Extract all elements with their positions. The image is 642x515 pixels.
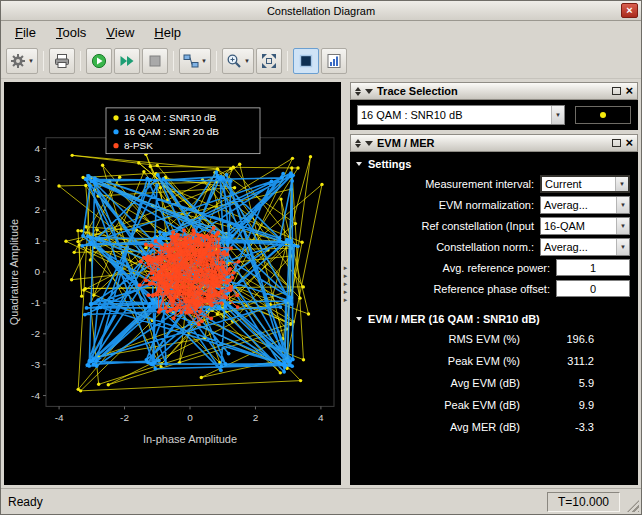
setting-combo[interactable]: Current▼ xyxy=(540,175,630,193)
chevron-down-icon: ▼ xyxy=(616,197,629,213)
chevron-down-icon: ▼ xyxy=(616,218,629,234)
trace-dock-header[interactable]: Trace Selection × xyxy=(350,82,638,100)
setting-row: Measurement interval:Current▼ xyxy=(350,173,638,194)
section-collapse-icon xyxy=(356,162,362,166)
x-axis-title: In-phase Amplitude xyxy=(143,433,237,445)
svg-text:16 QAM : SNR 20 dB: 16 QAM : SNR 20 dB xyxy=(124,126,219,137)
legend: 16 QAM : SNR10 dB16 QAM : SNR 20 dB8-PSK xyxy=(106,108,260,154)
result-row: Peak EVM (%)311.2 xyxy=(350,350,638,372)
splitter-arrow-icon: ▸ xyxy=(344,273,348,279)
evm-mer-dock: EVM / MER × Settings Measurement interva… xyxy=(350,134,638,485)
continue-button[interactable] xyxy=(114,48,140,74)
svg-text:2: 2 xyxy=(34,204,40,215)
zoom-button[interactable]: ▼ xyxy=(222,48,254,74)
chevron-down-icon: ▼ xyxy=(615,177,628,191)
dock-handle-icon xyxy=(355,87,361,96)
dock-close-button[interactable]: × xyxy=(625,138,633,148)
fast-forward-icon xyxy=(119,53,135,69)
setting-label: EVM normalization: xyxy=(350,199,540,211)
setting-row: Avg. reference power:1 xyxy=(350,257,638,278)
svg-text:-1: -1 xyxy=(31,297,40,308)
run-button[interactable] xyxy=(86,48,112,74)
setting-combo[interactable]: Averag...▼ xyxy=(540,196,630,214)
results-section-header[interactable]: EVM / MER (16 QAM : SNR10 dB) xyxy=(350,309,638,328)
result-value: 9.9 xyxy=(520,399,594,411)
dock-handle-icon xyxy=(355,139,361,148)
results-section-title: EVM / MER (16 QAM : SNR10 dB) xyxy=(368,313,540,325)
svg-text:8-PSK: 8-PSK xyxy=(124,140,153,151)
expand-icon xyxy=(261,53,277,69)
print-button[interactable] xyxy=(49,48,75,74)
stop-button[interactable] xyxy=(142,48,168,74)
plot-panel: -4-202443210-1-2-3-4In-phase AmplitudeQu… xyxy=(4,82,341,485)
splitter-arrow-icon: ▸ xyxy=(344,265,348,271)
dock-float-button[interactable] xyxy=(612,87,621,95)
settings-section-header[interactable]: Settings xyxy=(350,154,638,173)
svg-text:0: 0 xyxy=(34,266,40,277)
play-icon xyxy=(91,53,107,69)
combo-value: Averag... xyxy=(541,241,616,253)
setting-row: Constellation norm.:Averag...▼ xyxy=(350,236,638,257)
result-label: RMS EVM (%) xyxy=(350,333,520,345)
result-label: Avg MER (dB) xyxy=(350,421,520,433)
dock-close-button[interactable]: × xyxy=(625,86,633,96)
chart-icon xyxy=(326,53,342,69)
setting-input[interactable]: 1 xyxy=(556,259,630,276)
svg-text:-2: -2 xyxy=(120,412,129,423)
collapse-icon[interactable] xyxy=(365,89,373,94)
dock-float-button[interactable] xyxy=(612,139,621,147)
svg-text:2: 2 xyxy=(253,412,259,423)
trace-dock-body: 16 QAM : SNR10 dB ▼ xyxy=(350,100,638,130)
result-row: Peak EVM (dB)9.9 xyxy=(350,394,638,416)
menu-help[interactable]: Help xyxy=(144,23,191,42)
trace-select-combo[interactable]: 16 QAM : SNR10 dB ▼ xyxy=(357,105,565,125)
time-indicator: T=10.000 xyxy=(547,492,620,512)
combo-value: Current xyxy=(542,178,615,190)
stop-icon xyxy=(147,53,163,69)
result-value: 5.9 xyxy=(520,377,594,389)
window-close-button[interactable]: × xyxy=(621,3,638,18)
evm-dock-header[interactable]: EVM / MER × xyxy=(350,134,638,152)
menu-tools[interactable]: Tools xyxy=(46,23,96,42)
settings-button[interactable]: ▼ xyxy=(6,48,38,74)
central-area: -4-202443210-1-2-3-4In-phase AmplitudeQu… xyxy=(1,79,641,488)
setting-label: Measurement interval: xyxy=(350,178,540,190)
setting-combo[interactable]: 16-QAM▼ xyxy=(540,217,630,235)
result-row: Avg MER (dB)-3.3 xyxy=(350,416,638,438)
printer-icon xyxy=(54,53,70,69)
result-value: 311.2 xyxy=(520,355,594,367)
toolbar-separator xyxy=(43,51,44,71)
plot-style-button[interactable] xyxy=(321,48,347,74)
setting-input[interactable]: 0 xyxy=(556,280,630,297)
setting-combo[interactable]: Averag...▼ xyxy=(540,238,630,256)
resize-grip[interactable] xyxy=(627,500,639,512)
svg-text:-4: -4 xyxy=(31,390,40,401)
svg-text:16 QAM : SNR10 dB: 16 QAM : SNR10 dB xyxy=(124,112,217,123)
titlebar[interactable]: Constellation Diagram × xyxy=(1,1,641,21)
menu-file[interactable]: File xyxy=(5,23,46,42)
evm-dock-title: EVM / MER xyxy=(377,137,434,149)
collapse-icon[interactable] xyxy=(365,141,373,146)
menu-view[interactable]: View xyxy=(96,23,144,42)
section-collapse-icon xyxy=(356,317,362,321)
constellation-plot: -4-202443210-1-2-3-4In-phase AmplitudeQu… xyxy=(4,82,341,485)
evm-settings-fields: Measurement interval:Current▼EVM normali… xyxy=(350,173,638,299)
flowgraph-button[interactable]: ▼ xyxy=(179,48,211,74)
combo-value: 16 QAM : SNR10 dB xyxy=(358,109,551,121)
autoscale-button[interactable] xyxy=(256,48,282,74)
chevron-down-icon: ▼ xyxy=(551,106,564,124)
result-label: Peak EVM (dB) xyxy=(350,399,520,411)
svg-text:-2: -2 xyxy=(31,328,40,339)
axes-button[interactable] xyxy=(293,48,319,74)
dock-splitter[interactable]: ▸ ▸ ▸ ▸ ▸ xyxy=(341,82,350,485)
window-title: Constellation Diagram xyxy=(267,5,375,17)
y-axis-title: Quadrature Amplitude xyxy=(8,219,20,325)
setting-row: Reference phase offset:0 xyxy=(350,278,638,299)
setting-label: Constellation norm.: xyxy=(350,241,540,253)
result-row: RMS EVM (%)196.6 xyxy=(350,328,638,350)
splitter-arrow-icon: ▸ xyxy=(344,289,348,295)
trace-preview xyxy=(575,106,631,124)
svg-text:1: 1 xyxy=(34,235,40,246)
status-message: Ready xyxy=(8,495,547,509)
combo-value: Averag... xyxy=(541,199,616,211)
